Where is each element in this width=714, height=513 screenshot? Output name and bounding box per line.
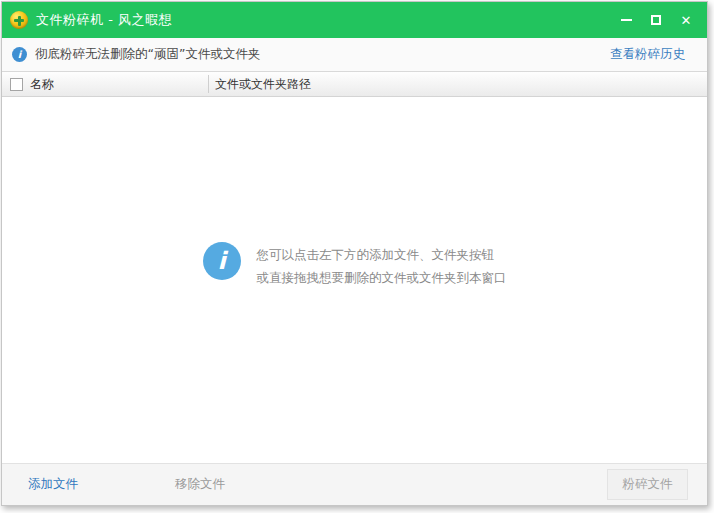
titlebar: 文件粉碎机 - 风之暇想 ✕ — [2, 2, 707, 38]
column-header-name[interactable]: 名称 — [30, 76, 54, 93]
minimize-icon — [621, 19, 632, 21]
empty-hint-text: 您可以点击左下方的添加文件、文件夹按钮 或直接拖拽想要删除的文件或文件夹到本窗口 — [257, 242, 507, 289]
maximize-button[interactable] — [641, 2, 671, 38]
app-window: 文件粉碎机 - 风之暇想 ✕ i 彻底粉碎无法删除的“顽固”文件或文件夹 查看粉… — [1, 1, 708, 506]
app-logo-icon — [10, 11, 28, 29]
window-controls: ✕ — [611, 2, 701, 38]
view-shred-history-link[interactable]: 查看粉碎历史 — [610, 46, 685, 63]
info-banner-text: 彻底粉碎无法删除的“顽固”文件或文件夹 — [35, 46, 260, 63]
add-file-button[interactable]: 添加文件 — [28, 476, 78, 493]
info-icon: i — [12, 47, 27, 62]
window-title: 文件粉碎机 - 风之暇想 — [36, 11, 172, 29]
empty-hint-line1: 您可以点击左下方的添加文件、文件夹按钮 — [257, 243, 507, 266]
empty-state-hint: i 您可以点击左下方的添加文件、文件夹按钮 或直接拖拽想要删除的文件或文件夹到本… — [2, 242, 707, 289]
minimize-button[interactable] — [611, 2, 641, 38]
column-divider[interactable] — [208, 75, 209, 93]
shred-file-button[interactable]: 粉碎文件 — [607, 469, 688, 500]
info-icon-large: i — [203, 242, 241, 280]
maximize-icon — [651, 15, 661, 25]
select-all-checkbox[interactable] — [10, 78, 23, 91]
info-banner: i 彻底粉碎无法删除的“顽固”文件或文件夹 查看粉碎历史 — [2, 38, 707, 72]
table-header: 名称 文件或文件夹路径 — [2, 72, 707, 97]
column-header-path[interactable]: 文件或文件夹路径 — [215, 72, 311, 97]
empty-hint-line2: 或直接拖拽想要删除的文件或文件夹到本窗口 — [257, 266, 507, 289]
file-list-area[interactable]: i 您可以点击左下方的添加文件、文件夹按钮 或直接拖拽想要删除的文件或文件夹到本… — [2, 97, 707, 463]
footer-toolbar: 添加文件 移除文件 粉碎文件 — [2, 463, 707, 505]
close-icon: ✕ — [681, 14, 692, 27]
remove-file-button[interactable]: 移除文件 — [175, 476, 225, 493]
close-button[interactable]: ✕ — [671, 2, 701, 38]
